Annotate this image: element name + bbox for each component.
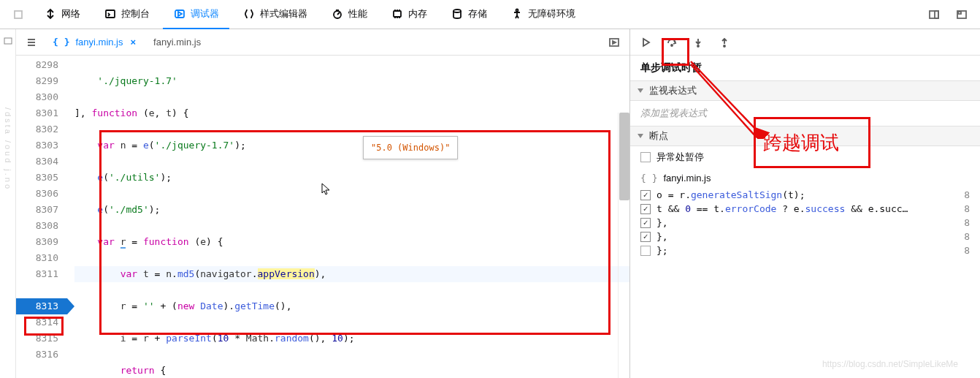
close-icon[interactable]: ×: [131, 37, 137, 48]
svg-point-3: [334, 11, 341, 18]
pause-status: 单步调试时暂: [630, 56, 980, 80]
breakpoint-list: o = r.generateSaltSign(t);8t && 0 == t.e…: [630, 188, 980, 257]
tab-label: 网络: [61, 7, 80, 20]
tab-debugger[interactable]: 调试器: [163, 0, 229, 29]
tab-a11y[interactable]: 无障碍环境: [500, 0, 586, 29]
label: 异常处暂停: [656, 151, 704, 164]
style-icon: [242, 7, 256, 20]
svg-rect-0: [15, 11, 22, 18]
breakpoint-row[interactable]: t && 0 == t.errorCode ? e.success && e.s…: [630, 202, 980, 216]
svg-point-14: [697, 45, 699, 47]
separate-window-button[interactable]: [949, 2, 974, 27]
file-tab-inactive[interactable]: fanyi.min.js: [145, 29, 210, 56]
bp-line-number: 8: [964, 203, 970, 214]
step-over-button[interactable]: [659, 31, 684, 54]
resume-button[interactable]: [633, 31, 658, 54]
run-to-cursor-icon[interactable]: [602, 29, 627, 56]
svg-line-17: [691, 64, 757, 137]
breakpoint-row[interactable]: o = r.generateSaltSign(t);8: [630, 188, 980, 202]
bp-code: },: [656, 217, 958, 228]
bp-line-number: 8: [964, 189, 970, 200]
acc-label: 断点: [649, 129, 668, 143]
braces-icon: { }: [53, 37, 69, 48]
chevron-down-icon: [638, 88, 643, 93]
file-name: fanyi.min.js: [75, 37, 123, 48]
step-into-button[interactable]: [686, 31, 711, 54]
tab-label: 无障碍环境: [528, 7, 575, 20]
tab-label: 存储: [468, 7, 487, 20]
bp-code: t && 0 == t.errorCode ? e.success && e.s…: [656, 203, 958, 214]
tab-label: 样式编辑器: [260, 7, 307, 20]
breakpoint-row[interactable]: },8: [630, 216, 980, 230]
line-gutter[interactable]: 8298829983008301830283038304830583068307…: [16, 56, 67, 378]
console-icon: [104, 7, 117, 20]
svg-point-15: [724, 45, 725, 47]
network-icon: [44, 7, 57, 20]
debug-panel: 单步调试时暂 监视表达式 添加监视表达式 断点 异常处暂停 { }fanyi.m…: [629, 29, 980, 378]
debugger-icon: [173, 7, 186, 20]
tab-storage[interactable]: 存储: [440, 0, 497, 29]
watermark: https://blog.csdn.net/SimpleLikeMe: [822, 359, 958, 369]
checkbox[interactable]: [640, 232, 651, 242]
checkbox[interactable]: [640, 152, 651, 162]
code-area[interactable]: 8298829983008301830283038304830583068307…: [16, 56, 629, 378]
tab-performance[interactable]: 性能: [321, 0, 378, 29]
main-area: /dsta /oud j.no { } fanyi.min.js × fanyi…: [0, 29, 980, 378]
folder-icon: [3, 35, 13, 45]
file-name: fanyi.min.js: [663, 173, 711, 184]
dock-side-button[interactable]: [922, 2, 946, 27]
tab-console[interactable]: 控制台: [93, 0, 160, 29]
mouse-cursor-icon: [321, 183, 332, 196]
step-out-button[interactable]: [712, 31, 737, 54]
checkbox[interactable]: [640, 246, 651, 256]
checkbox[interactable]: [640, 218, 651, 228]
exception-toggle[interactable]: 异常处暂停: [630, 146, 980, 168]
a11y-icon: [510, 7, 524, 20]
annotation-arrow: [686, 51, 774, 139]
bp-file-header[interactable]: { }fanyi.min.js: [630, 168, 980, 188]
breakpoints-accordion[interactable]: 断点: [630, 126, 980, 146]
editor-panel: { } fanyi.min.js × fanyi.min.js 82988299…: [16, 29, 629, 378]
chevron-down-icon: [638, 134, 643, 138]
breakpoint-row[interactable]: },8: [630, 230, 980, 243]
checkbox[interactable]: [640, 204, 651, 214]
tab-style[interactable]: 样式编辑器: [232, 0, 318, 29]
file-tab-bar: { } fanyi.min.js × fanyi.min.js: [16, 29, 629, 56]
storage-icon: [451, 7, 464, 20]
sources-strip: /dsta /oud j.no: [0, 29, 16, 378]
scrollbar[interactable]: [618, 113, 629, 378]
watch-accordion[interactable]: 监视表达式: [630, 80, 980, 101]
tab-label: 性能: [348, 7, 367, 20]
svg-rect-11: [4, 38, 12, 44]
checkbox[interactable]: [640, 190, 651, 200]
tab-network[interactable]: 网络: [34, 0, 91, 29]
svg-rect-1: [106, 10, 115, 18]
file-tab-active[interactable]: { } fanyi.min.js ×: [44, 29, 145, 56]
svg-point-5: [453, 10, 461, 12]
svg-rect-4: [394, 11, 401, 17]
tab-label: 调试器: [191, 7, 219, 20]
svg-point-6: [516, 9, 518, 11]
perf-icon: [331, 7, 344, 20]
tab-memory[interactable]: 内存: [380, 0, 437, 29]
outline-icon[interactable]: [19, 29, 44, 56]
svg-rect-8: [935, 11, 938, 18]
memory-icon: [391, 7, 404, 20]
bp-line-number: 8: [964, 217, 970, 228]
file-name: fanyi.min.js: [153, 37, 201, 48]
svg-rect-7: [930, 11, 938, 18]
breakpoint-row[interactable]: };8: [630, 243, 980, 257]
devtools-toolbar: 网络 控制台 调试器 样式编辑器 性能 内存 存储 无障碍环境: [0, 0, 980, 29]
scroll-thumb[interactable]: [619, 113, 629, 200]
pick-element-button[interactable]: [6, 2, 31, 27]
svg-line-16: [691, 61, 757, 130]
value-tooltip: "5.0 (Windows)": [363, 136, 458, 159]
bp-code: };: [656, 245, 958, 256]
code-content[interactable]: './jquery-1.7' ], function (e, t) { var …: [67, 56, 629, 378]
svg-point-13: [671, 45, 673, 46]
tab-label: 内存: [408, 7, 427, 20]
watch-placeholder[interactable]: 添加监视表达式: [630, 101, 980, 126]
bp-line-number: 8: [964, 245, 970, 256]
bp-line-number: 8: [964, 231, 970, 242]
tab-label: 控制台: [121, 7, 150, 20]
